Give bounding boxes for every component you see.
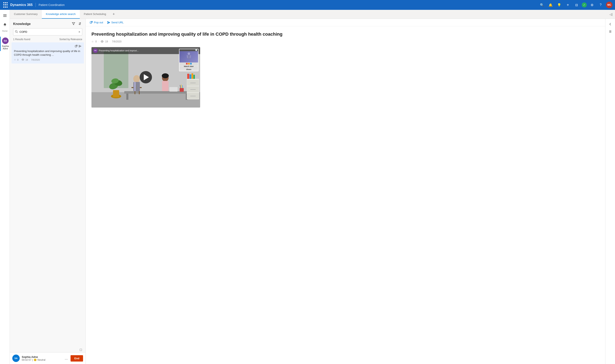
chat-bar: SA Sophia Adne 00:02:57 | 😐 Neutral: [10, 352, 85, 364]
article-date: 7/6/2020: [31, 59, 40, 61]
svg-point-30: [162, 73, 169, 78]
chat-info: Sophia Adne 00:02:57 | 😐 Neutral: [22, 355, 62, 361]
thumbnail-figure: [186, 52, 192, 62]
share-label[interactable]: Share: [179, 68, 198, 71]
article-title: Preventing hospitalization and improving…: [92, 31, 600, 37]
popout-button[interactable]: Pop out: [90, 21, 103, 24]
maximize-icon[interactable]: ☐: [80, 348, 82, 351]
knowledge-filter-icon[interactable]: [71, 21, 76, 27]
search-clear-button[interactable]: ✕: [77, 29, 82, 35]
chat-status: 00:02:57 | 😐 Neutral: [22, 358, 62, 361]
search-icon[interactable]: 🔍: [539, 2, 545, 8]
sidebar-user-avatar: SA: [2, 38, 9, 44]
sidebar-hamburger[interactable]: [1, 12, 9, 20]
article-eye-icon: [101, 40, 104, 43]
knowledge-header: Knowledge: [10, 19, 85, 28]
search-meta: 1 Results found Sorted by Relevance: [10, 37, 85, 42]
svg-point-47: [188, 52, 190, 55]
svg-rect-40: [190, 74, 191, 79]
article-toolbar: Pop out Send URL: [86, 19, 605, 26]
content-area: Customer Summary Knowledge article searc…: [10, 10, 615, 364]
sidebar-user-name: Sophia Adne: [1, 44, 10, 50]
knowledge-results: Preventing hospitalization and improving…: [10, 42, 85, 347]
svg-rect-12: [92, 92, 200, 107]
chat-agent-name: Sophia Adne: [22, 355, 62, 358]
svg-rect-1: [3, 15, 7, 16]
collapse-right-icon[interactable]: [607, 21, 614, 28]
knowledge-item-send-icon[interactable]: [79, 45, 82, 48]
results-count: 1 Results found: [13, 38, 30, 41]
checkmark-badge: ✓: [582, 2, 587, 7]
app-brand: Dynamics 365: [10, 3, 33, 7]
sidebar-item-home[interactable]: [1, 21, 9, 29]
top-navigation: Dynamics 365 Patient Coordination 🔍 🔔 💡 …: [0, 0, 615, 10]
knowledge-item[interactable]: Preventing hospitalization and improving…: [12, 42, 84, 64]
add-tab-button[interactable]: +: [110, 10, 117, 19]
svg-point-25: [133, 75, 140, 83]
search-inner-icon: [13, 28, 19, 35]
help-icon[interactable]: ?: [597, 2, 604, 8]
article-star-icon: ☆: [92, 40, 94, 43]
waffle-menu[interactable]: [2, 2, 8, 8]
popout-label: Pop out: [94, 21, 103, 24]
gear-icon[interactable]: ⚙: [589, 2, 595, 8]
svg-rect-20: [126, 94, 128, 100]
chat-duration: 00:02:57: [22, 358, 31, 361]
search-input[interactable]: [19, 29, 77, 35]
bell-icon[interactable]: 🔔: [547, 2, 554, 8]
knowledge-item-meta: ☆ 0 · 19 · 7/6/2020: [14, 58, 82, 61]
filter-icon[interactable]: ⊟: [573, 2, 580, 8]
video-play-button[interactable]: [140, 71, 152, 83]
video-title-text: Preventing hospitalization and improvi..…: [99, 49, 139, 52]
svg-line-4: [17, 32, 18, 33]
add-icon[interactable]: +: [565, 2, 571, 8]
chat-end-button[interactable]: End: [70, 355, 83, 362]
sidebar-user-item[interactable]: SA Sophia Adne: [0, 37, 10, 51]
knowledge-item-link-icon[interactable]: [75, 45, 78, 48]
panel-list-icon[interactable]: [607, 28, 614, 35]
sidebar: Home SA Sophia Adne: [0, 10, 10, 364]
knowledge-panel: Knowledge ✕: [10, 19, 86, 364]
tab-knowledge-article-search[interactable]: Knowledge article search: [42, 10, 80, 19]
article-meta: ☆ 0 · 19 · 7/6/2020: [92, 40, 600, 43]
svg-rect-2: [3, 16, 7, 17]
svg-rect-41: [191, 73, 193, 79]
svg-rect-5: [75, 45, 77, 47]
svg-point-10: [102, 41, 103, 42]
svg-rect-27: [134, 82, 136, 91]
main-layout: Home SA Sophia Adne Customer Summary Kno…: [0, 10, 615, 364]
chat-row: SA Sophia Adne 00:02:57 | 😐 Neutral: [12, 355, 83, 362]
home-label: Home: [2, 29, 8, 33]
collapse-panel-button[interactable]: ◁|: [607, 10, 615, 19]
svg-rect-15: [113, 90, 119, 97]
article-video[interactable]: SA Preventing hospitalization and improv…: [92, 47, 200, 107]
article-content: Preventing hospitalization and improving…: [86, 26, 605, 364]
tab-patient-scheduling[interactable]: Patient Scheduling: [80, 10, 110, 19]
tab-bar: Customer Summary Knowledge article searc…: [10, 10, 615, 19]
sentiment-icon: 😐: [34, 358, 37, 361]
user-avatar[interactable]: MC: [606, 2, 613, 8]
svg-rect-29: [162, 81, 169, 91]
article-views: 19: [26, 59, 28, 61]
chat-section: ☐ SA Sophia Adne 00:02:57 | 😐: [10, 347, 85, 364]
video-side-thumbnail: 🕐: [179, 49, 199, 71]
knowledge-sort-icon[interactable]: [78, 21, 82, 27]
lightbulb-icon[interactable]: 💡: [556, 2, 562, 8]
knowledge-item-actions: [14, 45, 82, 48]
tab-customer-summary[interactable]: Customer Summary: [10, 10, 42, 19]
sort-label: Sorted by Relevance: [59, 38, 82, 41]
chat-agent-avatar: SA: [12, 355, 20, 362]
svg-rect-0: [3, 14, 7, 15]
knowledge-actions: [71, 21, 82, 27]
watch-later-label[interactable]: Watch later: [179, 65, 198, 68]
send-url-button[interactable]: Send URL: [107, 21, 124, 24]
right-side-panel: [605, 19, 615, 364]
knowledge-search-bar: ✕: [13, 28, 82, 35]
article-date: 7/6/2020: [112, 40, 122, 43]
eye-icon: [22, 59, 24, 61]
app-module: Patient Coordination: [39, 3, 65, 7]
chat-more-options[interactable]: ...: [64, 355, 68, 361]
play-triangle: [144, 74, 149, 80]
svg-point-7: [23, 59, 23, 60]
svg-rect-39: [187, 74, 189, 79]
